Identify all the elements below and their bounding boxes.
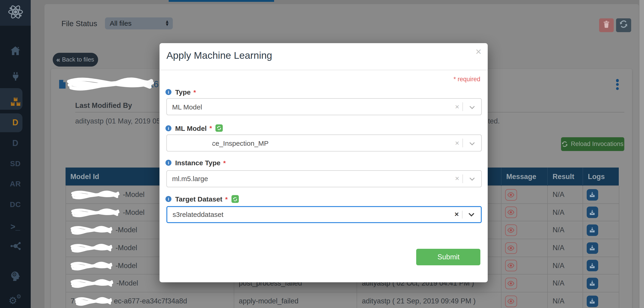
- sidebar-item-sd-section[interactable]: SD: [0, 155, 31, 173]
- reload-invocations-button[interactable]: Reload Invocations: [561, 137, 624, 151]
- redaction-scribble: [70, 278, 114, 289]
- sidebar-item-ar-section[interactable]: AR: [0, 175, 31, 193]
- cell-result: N/A: [548, 292, 583, 308]
- info-icon: i: [166, 125, 172, 131]
- download-logs-button[interactable]: [587, 242, 598, 254]
- select-divider: [462, 174, 463, 183]
- clear-icon[interactable]: ×: [454, 210, 459, 219]
- sidebar-item-home[interactable]: [0, 42, 31, 61]
- select-divider: [462, 210, 462, 218]
- eye-icon: [507, 245, 515, 251]
- sidebar-item-terminal[interactable]: >_: [0, 218, 31, 236]
- refresh-options-badge[interactable]: [216, 124, 223, 132]
- modal-title: Apply Machine Learning: [166, 50, 272, 62]
- atom-icon: [8, 4, 23, 22]
- download-logs-button[interactable]: [587, 278, 598, 289]
- view-message-button[interactable]: [505, 189, 517, 200]
- select-divider: [462, 102, 463, 111]
- close-icon[interactable]: ×: [476, 46, 482, 58]
- download-logs-button[interactable]: [587, 224, 598, 236]
- ml-model-select-value: ce_Inspection_MP: [212, 139, 268, 147]
- view-message-button[interactable]: [505, 260, 517, 271]
- info-icon: i: [166, 196, 172, 202]
- cell-logs: [583, 274, 619, 292]
- sidebar-item-connections[interactable]: [0, 238, 31, 256]
- clear-icon[interactable]: ×: [455, 175, 459, 183]
- download-logs-button[interactable]: [587, 207, 598, 218]
- active-tab-indicator: [169, 0, 274, 2]
- cell-result: N/A: [548, 274, 583, 292]
- redaction-scribble: [70, 189, 120, 200]
- view-message-button[interactable]: [505, 295, 517, 307]
- cell-message: [501, 203, 548, 221]
- sidebar-item-datasets[interactable]: D: [0, 113, 31, 132]
- ml-model-select[interactable]: ce_Inspection_MP ×: [166, 134, 482, 151]
- view-message-button[interactable]: [505, 224, 517, 236]
- cell-logs: [583, 292, 619, 308]
- sidebar: D D SD AR DC >_: [0, 0, 31, 308]
- type-select[interactable]: ML Model ×: [166, 98, 482, 115]
- gears-icon: ⚙ ⚙: [8, 295, 22, 307]
- cell-result: N/A: [548, 239, 583, 257]
- redaction-scribble: [70, 207, 120, 218]
- view-message-button[interactable]: [505, 278, 517, 289]
- file-actions-menu-button[interactable]: [615, 79, 620, 90]
- chevron-down-icon[interactable]: [469, 103, 475, 111]
- sidebar-item-integrations[interactable]: [0, 68, 31, 86]
- cell-logs: [583, 239, 619, 257]
- eye-icon: [507, 263, 515, 269]
- back-to-files-label: Back to files: [62, 56, 94, 63]
- view-message-button[interactable]: [505, 242, 517, 254]
- chevron-down-icon[interactable]: [468, 210, 474, 219]
- chevron-down-icon[interactable]: [469, 139, 475, 147]
- eye-icon: [507, 227, 515, 233]
- field-label-row-instance-type: i Instance Type *: [166, 159, 226, 167]
- chevron-down-icon[interactable]: [469, 175, 475, 183]
- eye-icon: [507, 209, 515, 215]
- detail-header-last-modified-by: Last Modified By: [75, 101, 132, 110]
- download-icon: [589, 280, 596, 287]
- cell-result: N/A: [548, 257, 583, 274]
- back-to-files-button[interactable]: « Back to files: [52, 53, 98, 67]
- sidebar-item-dc-section[interactable]: DC: [0, 196, 31, 214]
- refresh-button[interactable]: [616, 18, 631, 32]
- head-gear-icon: ⚙: [10, 271, 21, 284]
- field-label-instance-type: Instance Type: [175, 159, 220, 167]
- clear-icon[interactable]: ×: [455, 103, 459, 111]
- submit-button[interactable]: Submit: [416, 249, 480, 265]
- file-status-select[interactable]: All files ▲▼: [105, 17, 172, 29]
- sidebar-item-packages[interactable]: [0, 94, 31, 112]
- home-icon: [10, 46, 21, 57]
- download-logs-button[interactable]: [587, 189, 598, 200]
- eye-icon: [507, 192, 515, 198]
- sidebar-item-label: D: [12, 118, 18, 127]
- refresh-icon: [562, 141, 568, 147]
- vertical-scrollbar[interactable]: [639, 0, 644, 308]
- cell-invoked-by: adityastp ( 21 Sep, 2019 09:49 PM ): [357, 292, 501, 308]
- apply-ml-modal: Apply Machine Learning × * required i Ty…: [159, 43, 488, 282]
- view-message-button[interactable]: [505, 207, 517, 218]
- target-dataset-select[interactable]: s3relateddataset ×: [166, 206, 482, 223]
- download-logs-button[interactable]: [587, 295, 598, 307]
- cell-logs: [583, 203, 619, 221]
- sidebar-item-d-section[interactable]: D: [0, 134, 31, 152]
- cell-logs: [583, 221, 619, 239]
- cell-message: [501, 221, 548, 239]
- app-logo[interactable]: [0, 0, 31, 26]
- col-header-message: Message: [501, 168, 548, 186]
- redaction-scribble: [70, 260, 113, 271]
- cell-message: [501, 274, 548, 292]
- required-star: *: [225, 195, 228, 203]
- download-icon: [589, 245, 596, 251]
- cell-result: N/A: [548, 221, 583, 239]
- refresh-options-badge[interactable]: [231, 195, 238, 203]
- download-logs-button[interactable]: [587, 260, 598, 271]
- delete-button[interactable]: [599, 18, 614, 32]
- sidebar-item-settings[interactable]: ⚙ ⚙: [0, 292, 31, 308]
- sidebar-item-machine-learning[interactable]: ⚙: [0, 268, 31, 286]
- clear-icon[interactable]: ×: [455, 139, 459, 147]
- instance-type-select[interactable]: ml.m5.large ×: [166, 170, 482, 187]
- redaction-scribble: [70, 225, 113, 236]
- instance-type-select-value: ml.m5.large: [172, 175, 208, 183]
- download-icon: [589, 227, 596, 233]
